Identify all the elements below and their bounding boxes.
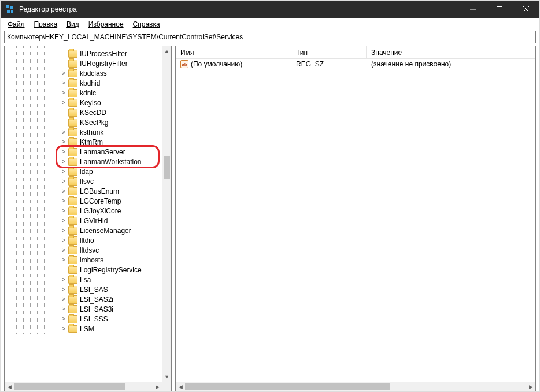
tree-item[interactable]: LogiRegistryService xyxy=(5,265,162,275)
expander-icon[interactable]: > xyxy=(60,237,67,243)
expander-icon[interactable]: > xyxy=(60,139,67,145)
scroll-up-button[interactable]: ▲ xyxy=(162,46,171,56)
folder-icon xyxy=(68,177,77,186)
expander-icon[interactable]: > xyxy=(60,217,67,224)
tree-item-label: LGCoreTemp xyxy=(80,197,121,205)
tree-item-label: lltdsvc xyxy=(80,246,99,254)
expander-icon[interactable]: > xyxy=(60,326,67,332)
folder-icon xyxy=(68,138,77,146)
menubar: Файл Правка Вид Избранное Справка xyxy=(1,18,539,31)
tree-item[interactable]: IUProcessFilter xyxy=(5,49,162,58)
scroll-left-button[interactable]: ◀ xyxy=(5,382,14,391)
column-header-value[interactable]: Значение xyxy=(367,46,535,58)
expander-icon[interactable]: > xyxy=(60,198,67,204)
expander-icon[interactable]: > xyxy=(60,316,67,322)
tree-item[interactable]: >LSI_SAS3i xyxy=(5,304,162,314)
values-horizontal-scrollbar[interactable]: ◀ ▶ xyxy=(176,382,535,391)
expander-icon[interactable]: > xyxy=(60,276,67,283)
expander-icon[interactable]: > xyxy=(60,168,67,175)
value-name: (По умолчанию) xyxy=(191,60,242,68)
tree-item[interactable]: >kbdclass xyxy=(5,68,162,78)
tree-item[interactable]: >lfsvc xyxy=(5,176,162,186)
menu-favorites[interactable]: Избранное xyxy=(85,19,127,29)
tree-item-label: LicenseManager xyxy=(80,227,131,235)
expander-icon[interactable]: > xyxy=(60,257,67,263)
expander-icon[interactable]: > xyxy=(60,188,67,194)
folder-icon xyxy=(68,197,77,205)
menu-edit[interactable]: Правка xyxy=(31,19,61,29)
maximize-button[interactable] xyxy=(486,1,513,18)
address-bar[interactable]: Компьютер\HKEY_LOCAL_MACHINE\SYSTEM\Curr… xyxy=(4,31,536,43)
tree-item[interactable]: IURegistryFilter xyxy=(5,58,162,68)
svg-rect-1 xyxy=(10,6,13,9)
menu-file[interactable]: Файл xyxy=(4,19,28,29)
tree-item[interactable]: KSecDD xyxy=(5,108,162,117)
expander-icon[interactable]: > xyxy=(60,178,67,184)
expander-icon[interactable]: > xyxy=(60,158,67,165)
tree-item-label: LGBusEnum xyxy=(80,187,119,195)
expander-icon[interactable]: > xyxy=(60,306,67,312)
tree-item[interactable]: >KtmRm xyxy=(5,137,162,147)
folder-icon xyxy=(68,295,77,304)
tree-item[interactable]: KSecPkg xyxy=(5,117,162,127)
tree-item-label: LSI_SAS xyxy=(80,286,108,294)
expander-icon[interactable]: > xyxy=(60,296,67,302)
tree-item[interactable]: >ksthunk xyxy=(5,127,162,137)
tree-item[interactable]: >LGCoreTemp xyxy=(5,196,162,206)
tree-item[interactable]: >Lsa xyxy=(5,275,162,284)
tree-item[interactable]: >LSI_SAS xyxy=(5,284,162,294)
expander-icon[interactable]: > xyxy=(60,227,67,234)
tree-item[interactable]: >kdnic xyxy=(5,88,162,98)
tree-item[interactable]: >KeyIso xyxy=(5,98,162,108)
column-header-type[interactable]: Тип xyxy=(291,46,367,58)
menu-help[interactable]: Справка xyxy=(130,19,164,29)
value-type: REG_SZ xyxy=(291,60,367,68)
scroll-thumb-h[interactable] xyxy=(185,383,390,390)
tree-item[interactable]: >LanmanWorkstation xyxy=(5,157,162,167)
tree-item[interactable]: >LSM xyxy=(5,324,162,334)
list-row[interactable]: ab(По умолчанию)REG_SZ(значение не присв… xyxy=(176,59,535,69)
tree-item-label: lfsvc xyxy=(80,177,94,186)
minimize-button[interactable] xyxy=(460,1,486,18)
tree-item[interactable]: >LSI_SAS2i xyxy=(5,294,162,304)
column-header-name[interactable]: Имя xyxy=(176,46,291,58)
tree-item[interactable]: >kbdhid xyxy=(5,78,162,88)
tree-vertical-scrollbar[interactable]: ▲ ▼ xyxy=(162,46,171,382)
tree-item[interactable]: >ldap xyxy=(5,167,162,176)
scroll-right-button[interactable]: ▶ xyxy=(153,382,162,391)
folder-icon xyxy=(68,89,77,97)
tree-item-label: Lsa xyxy=(80,276,91,284)
expander-icon[interactable]: > xyxy=(60,99,67,106)
folder-icon xyxy=(68,60,77,68)
tree-item-label: LanmanWorkstation xyxy=(80,158,142,166)
scroll-left-button[interactable]: ◀ xyxy=(176,382,185,391)
menu-view[interactable]: Вид xyxy=(63,19,83,29)
tree-item[interactable]: >lltdio xyxy=(5,235,162,245)
scroll-right-button[interactable]: ▶ xyxy=(526,382,535,391)
scroll-thumb[interactable] xyxy=(164,156,170,179)
folder-icon xyxy=(68,50,77,58)
expander-icon[interactable]: > xyxy=(60,208,67,214)
tree-item[interactable]: >LanmanServer xyxy=(5,147,162,157)
tree-horizontal-scrollbar[interactable]: ◀ ▶ xyxy=(5,382,162,391)
expander-icon[interactable]: > xyxy=(60,149,67,155)
folder-icon xyxy=(68,128,77,136)
scroll-down-button[interactable]: ▼ xyxy=(162,372,171,382)
tree-item[interactable]: >lmhosts xyxy=(5,255,162,265)
tree-item[interactable]: >LGBusEnum xyxy=(5,186,162,196)
tree-item[interactable]: >LGVirHid xyxy=(5,216,162,225)
expander-icon[interactable]: > xyxy=(60,90,67,96)
expander-icon[interactable]: > xyxy=(60,286,67,293)
tree-item[interactable]: >LicenseManager xyxy=(5,225,162,235)
expander-icon[interactable]: > xyxy=(60,247,67,253)
expander-icon[interactable]: > xyxy=(60,80,67,86)
close-button[interactable] xyxy=(513,1,539,18)
tree-item[interactable]: >LGJoyXlCore xyxy=(5,206,162,216)
tree-item[interactable]: >lltdsvc xyxy=(5,245,162,255)
scroll-thumb-h[interactable] xyxy=(14,383,125,390)
tree-item[interactable]: >LSI_SSS xyxy=(5,314,162,324)
expander-icon[interactable]: > xyxy=(60,129,67,135)
expander-icon[interactable]: > xyxy=(60,70,67,76)
registry-tree[interactable]: IUProcessFilterIURegistryFilter>kbdclass… xyxy=(5,46,162,334)
values-list[interactable]: ab(По умолчанию)REG_SZ(значение не присв… xyxy=(176,59,535,382)
